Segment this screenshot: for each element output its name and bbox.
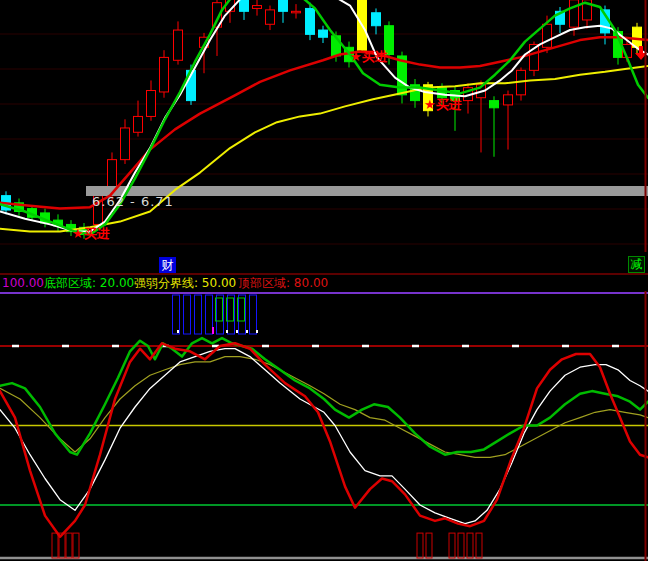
decrease-button[interactable]: 减 xyxy=(628,256,645,273)
panel-separator xyxy=(0,273,648,275)
trading-app-screen: ★买进★买进★买进 6.62 - 6.71 财 减 100.00 底部区域: 2… xyxy=(0,0,648,561)
osc-white xyxy=(0,349,648,524)
param-divider-line: 强弱分界线: 50.00 xyxy=(134,276,236,290)
indicator-chart-svg[interactable] xyxy=(0,291,648,561)
buy-signal-label: ★买进 xyxy=(350,49,388,64)
param-top-zone: 顶部区域: 80.00 xyxy=(238,276,328,290)
ma-red xyxy=(0,37,648,208)
param-100: 100.00 xyxy=(2,276,44,290)
osc-olive xyxy=(0,357,648,458)
osc-green xyxy=(0,338,648,455)
tab-cai[interactable]: 财 xyxy=(159,257,176,273)
buy-signal-label: ★买进 xyxy=(72,226,110,241)
bottom-signal-bars xyxy=(52,533,482,558)
osc-red xyxy=(0,343,648,537)
top-signal-bars xyxy=(173,295,257,334)
info-bar: 财 减 xyxy=(0,252,648,273)
price-band-label: 6.62 - 6.71 xyxy=(92,194,174,209)
buy-signal-label: ★买进 xyxy=(424,97,462,112)
indicator-params-row: 100.00 底部区域: 20.00 强弱分界线: 50.00 顶部区域: 80… xyxy=(0,276,648,290)
main-chart-svg[interactable]: ★买进★买进★买进 xyxy=(0,0,648,253)
param-bottom-zone: 底部区域: 20.00 xyxy=(44,276,134,290)
oscillator-curves xyxy=(0,338,648,537)
